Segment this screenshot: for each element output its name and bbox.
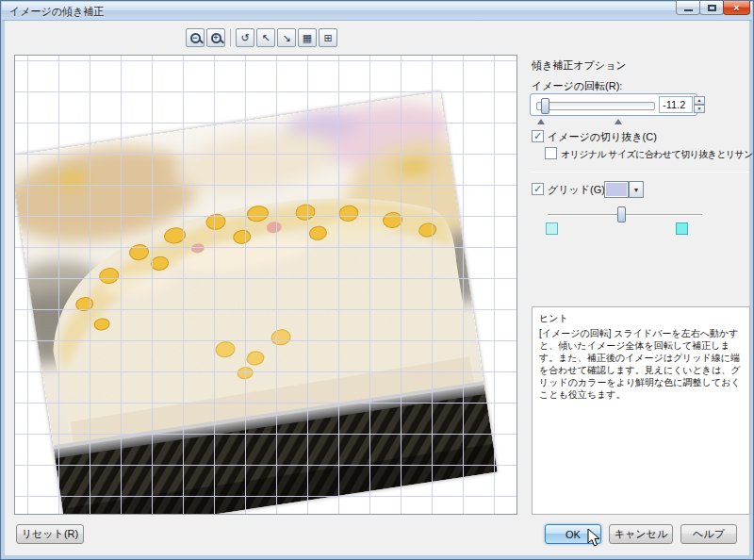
options-divider: [532, 172, 748, 173]
grid-checkbox[interactable]: ✓: [532, 183, 544, 195]
preview-toolbar: − + ↺ ↖ ↘ ▦ ⊞: [186, 27, 339, 48]
rotation-label: イメージの回転(R):: [532, 79, 622, 93]
title-bar[interactable]: イメージの傾き補正: [2, 2, 752, 21]
maximize-icon: [708, 5, 716, 11]
hint-box: ヒント [イメージの回転] スライドバーを左右へ動かすと、傾いたイメージ全体を回…: [532, 306, 750, 515]
minimize-button[interactable]: [676, 1, 700, 15]
actual-size-button[interactable]: ↘: [277, 28, 296, 47]
check-icon: ✓: [533, 184, 542, 194]
grid-color-dropdown-button[interactable]: ▼: [629, 181, 644, 198]
maximize-button[interactable]: [699, 1, 724, 15]
crop-image-checkbox[interactable]: ✓: [532, 130, 544, 142]
mouse-cursor: [587, 528, 602, 549]
minimize-icon: [684, 9, 693, 11]
spin-up-button[interactable]: ▲: [694, 96, 705, 105]
image-preview-area[interactable]: [14, 55, 517, 515]
rotation-value-field[interactable]: -11.2: [659, 96, 693, 113]
slider-tick-left: [537, 119, 545, 124]
resample-label: オリジナル サイズに合わせて切り抜きとリサンプル(S): [561, 148, 754, 161]
zoom-in-button[interactable]: +: [206, 28, 225, 47]
fit-to-window-button[interactable]: ↖: [256, 28, 275, 47]
chevron-down-icon: ▼: [633, 187, 640, 193]
navigate-button[interactable]: ⊞: [319, 28, 337, 47]
grid-color-swatch[interactable]: [604, 181, 629, 198]
reset-view-button[interactable]: ↺: [236, 28, 254, 47]
close-icon: ×: [733, 3, 739, 13]
rotation-slider-track[interactable]: [536, 102, 655, 110]
grid-panes-icon: ▦: [303, 32, 312, 44]
grid-size-small-swatch[interactable]: [546, 222, 558, 235]
slider-tick-center: [615, 119, 622, 124]
grid-size-large-swatch[interactable]: [676, 222, 688, 235]
close-button[interactable]: ×: [723, 1, 750, 15]
dialog-content: − + ↺ ↖ ↘ ▦ ⊞: [5, 21, 749, 555]
toolbar-separator: [230, 29, 231, 46]
arrow-in-icon: ↘: [282, 32, 290, 44]
alignment-grid-overlay: [15, 56, 516, 514]
window-title: イメージの傾き補正: [9, 5, 104, 19]
check-icon: ✓: [533, 131, 542, 141]
rotation-slider-thumb[interactable]: [541, 98, 549, 114]
hint-title: ヒント: [539, 312, 743, 325]
magnifier-plus-icon: +: [211, 33, 221, 43]
zoom-out-button[interactable]: −: [186, 28, 205, 47]
straighten-image-dialog: イメージの傾き補正 × − + ↺ ↖ ↘: [0, 0, 754, 560]
reset-button[interactable]: リセット(R): [16, 524, 84, 544]
multi-view-button[interactable]: ▦: [298, 28, 317, 47]
cancel-button[interactable]: キャンセル: [609, 524, 673, 544]
navigate-icon: ⊞: [323, 32, 332, 44]
magnifier-minus-icon: −: [190, 33, 201, 43]
rotation-spinner: ▲ ▼: [694, 96, 705, 113]
hint-text: [イメージの回転] スライドバーを左右へ動かすと、傾いたイメージ全体を回転して補…: [539, 327, 743, 401]
help-button[interactable]: ヘルプ: [680, 524, 737, 544]
resample-checkbox[interactable]: [545, 147, 557, 159]
grid-size-slider-thumb[interactable]: [617, 206, 626, 222]
arrow-out-icon: ↖: [261, 32, 270, 44]
options-header: 傾き補正オプション: [532, 58, 627, 73]
spin-down-button[interactable]: ▼: [694, 105, 705, 113]
grid-label: グリッド(G):: [548, 183, 608, 197]
rotate-arrow-icon: ↺: [240, 32, 249, 44]
crop-image-label: イメージの切り抜き(C): [548, 130, 657, 144]
